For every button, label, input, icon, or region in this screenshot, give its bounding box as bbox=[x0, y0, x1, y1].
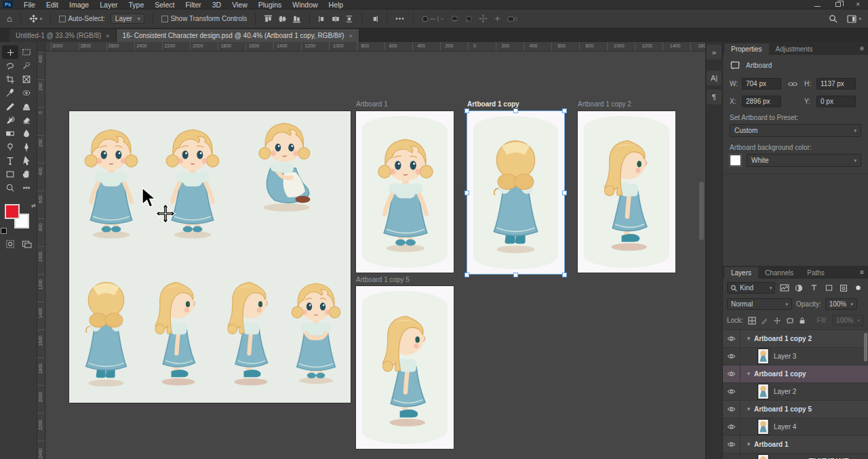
layers-scrollbar[interactable] bbox=[864, 333, 867, 361]
canvas-area[interactable]: 3000280026002400220020001800160014001200… bbox=[37, 42, 705, 459]
artboard-bg-dropdown[interactable]: White ▾ bbox=[747, 154, 861, 167]
transform-handle-e[interactable] bbox=[562, 191, 567, 195]
visibility-eye-icon[interactable] bbox=[723, 365, 741, 382]
visibility-eye-icon[interactable] bbox=[723, 348, 741, 365]
menu-item[interactable]: Type bbox=[123, 1, 149, 9]
filter-shape-layers-icon[interactable] bbox=[823, 283, 835, 293]
visibility-eye-icon[interactable] bbox=[723, 418, 741, 435]
layer-thumbnail[interactable] bbox=[758, 349, 768, 363]
transform-handle-w[interactable] bbox=[465, 191, 469, 195]
transform-handle-sw[interactable] bbox=[465, 273, 469, 277]
menu-item[interactable]: Help bbox=[323, 1, 349, 9]
artboard-1-copy-2[interactable] bbox=[578, 111, 675, 273]
filter-toggle-icon[interactable] bbox=[852, 283, 864, 293]
edit-toolbar-icon[interactable] bbox=[18, 181, 35, 195]
pasteboard[interactable]: Artboard 1 Artboard 1 copy Artboard 1 co… bbox=[45, 52, 705, 459]
lock-image-icon[interactable] bbox=[761, 317, 768, 324]
document-tab[interactable]: Untitled-1 @ 33.3% (RGB/8) × bbox=[9, 29, 117, 42]
menu-item[interactable]: File bbox=[18, 1, 41, 9]
marquee-tool[interactable] bbox=[18, 45, 35, 59]
artboard-bg-swatch[interactable] bbox=[730, 155, 741, 166]
auto-select-target-dropdown[interactable]: Layer ▾ bbox=[111, 14, 145, 24]
filter-pixel-layers-icon[interactable] bbox=[778, 283, 790, 293]
tab-channels[interactable]: Channels bbox=[758, 267, 800, 279]
transform-handle-nw[interactable] bbox=[465, 108, 469, 113]
screen-mode-icon[interactable] bbox=[22, 239, 32, 249]
default-colors-icon[interactable] bbox=[1, 228, 7, 234]
foreground-color-swatch[interactable] bbox=[5, 204, 20, 219]
transform-handle-se[interactable] bbox=[562, 273, 567, 277]
distribute-center-icon[interactable] bbox=[332, 15, 340, 23]
zoom-tool[interactable] bbox=[2, 181, 18, 195]
blend-mode-dropdown[interactable]: Normal ▾ bbox=[727, 298, 792, 310]
quick-selection-tool[interactable] bbox=[18, 59, 35, 73]
swap-colors-icon[interactable]: ⇄ bbox=[31, 203, 36, 209]
artboard-label[interactable]: Artboard 1 copy 5 bbox=[356, 276, 410, 283]
visibility-eye-icon[interactable] bbox=[723, 436, 741, 453]
visibility-eye-icon[interactable] bbox=[723, 383, 741, 400]
layer-group-row-selected[interactable]: ▼ Artboard 1 copy bbox=[723, 365, 868, 383]
quick-mask-icon[interactable] bbox=[5, 239, 15, 249]
restore-icon[interactable] bbox=[835, 2, 841, 7]
preset-dropdown[interactable]: Custom ▾ bbox=[730, 124, 861, 137]
menu-item[interactable]: 3D bbox=[207, 1, 226, 9]
brush-tool[interactable] bbox=[2, 100, 18, 113]
menu-item[interactable]: Layer bbox=[94, 1, 123, 9]
layer-row[interactable]: Layer 4 bbox=[723, 418, 868, 436]
align-top-edges-icon[interactable] bbox=[264, 15, 273, 23]
ruler-origin-box[interactable] bbox=[37, 42, 45, 52]
close-icon[interactable]: × bbox=[856, 1, 860, 8]
panel-menu-icon[interactable]: ≡ bbox=[860, 45, 864, 52]
reference-sheet-image[interactable] bbox=[69, 111, 351, 403]
width-field[interactable]: 704 px bbox=[742, 78, 781, 89]
opacity-dropdown[interactable]: 100% ▾ bbox=[825, 298, 857, 310]
visibility-eye-icon[interactable] bbox=[723, 454, 741, 459]
menu-item[interactable]: Filter bbox=[180, 1, 206, 9]
expand-panels-icon[interactable]: » bbox=[707, 45, 722, 60]
show-transform-checkbox[interactable] bbox=[161, 16, 168, 22]
distribute-left-icon[interactable] bbox=[318, 15, 326, 23]
blur-tool[interactable] bbox=[18, 127, 35, 140]
artboard-label-selected[interactable]: Artboard 1 copy bbox=[467, 100, 519, 108]
menu-item[interactable]: Edit bbox=[41, 1, 64, 9]
crop-tool[interactable] bbox=[2, 73, 18, 86]
tab-layers[interactable]: Layers bbox=[724, 267, 758, 279]
artboard-1[interactable] bbox=[356, 111, 454, 273]
transform-handle-s[interactable] bbox=[513, 273, 518, 277]
panel-menu-icon[interactable]: ≡ bbox=[860, 268, 864, 276]
layer-thumbnail[interactable] bbox=[758, 420, 768, 434]
hand-tool[interactable] bbox=[18, 167, 35, 181]
lock-all-icon[interactable] bbox=[799, 317, 806, 325]
path-selection-tool[interactable] bbox=[18, 154, 35, 167]
layer-row[interactable]: Layer 3 bbox=[723, 348, 868, 365]
layer-thumbnail[interactable] bbox=[758, 455, 768, 459]
filter-type-layers-icon[interactable] bbox=[808, 283, 820, 293]
type-tool[interactable] bbox=[2, 154, 18, 167]
menu-item[interactable]: Window bbox=[287, 1, 323, 9]
menu-item[interactable]: Plugins bbox=[253, 1, 287, 9]
frame-tool[interactable] bbox=[18, 73, 35, 86]
lock-position-icon[interactable] bbox=[773, 317, 781, 325]
pen-tool[interactable] bbox=[18, 140, 35, 154]
menu-item[interactable]: Select bbox=[149, 1, 180, 9]
character-panel-icon[interactable]: A| bbox=[707, 71, 722, 85]
artboard-1-copy-5[interactable] bbox=[356, 286, 454, 449]
home-icon[interactable]: ⌂ bbox=[7, 14, 12, 24]
menu-item[interactable]: Image bbox=[64, 1, 94, 9]
paragraph-panel-icon[interactable]: ¶ bbox=[707, 89, 722, 104]
artboard-label[interactable]: Artboard 1 bbox=[356, 100, 388, 108]
lock-artboard-icon[interactable] bbox=[786, 317, 794, 325]
tab-close-icon[interactable]: × bbox=[349, 33, 352, 39]
filter-kind-dropdown[interactable]: Kind ▾ bbox=[727, 282, 775, 294]
eraser-tool[interactable] bbox=[18, 113, 35, 127]
x-field[interactable]: 2896 px bbox=[742, 96, 781, 107]
menu-item[interactable]: View bbox=[226, 1, 253, 9]
link-dimensions-icon[interactable] bbox=[788, 80, 797, 88]
auto-select-checkbox[interactable] bbox=[59, 16, 66, 22]
align-vertical-centers-icon[interactable] bbox=[278, 15, 287, 23]
filter-smart-objects-icon[interactable] bbox=[837, 283, 849, 293]
minimize-icon[interactable] bbox=[814, 3, 821, 7]
workspace-switcher-icon[interactable]: ▾ bbox=[847, 15, 861, 23]
lock-transparency-icon[interactable] bbox=[748, 317, 756, 325]
tab-paths[interactable]: Paths bbox=[800, 267, 831, 279]
